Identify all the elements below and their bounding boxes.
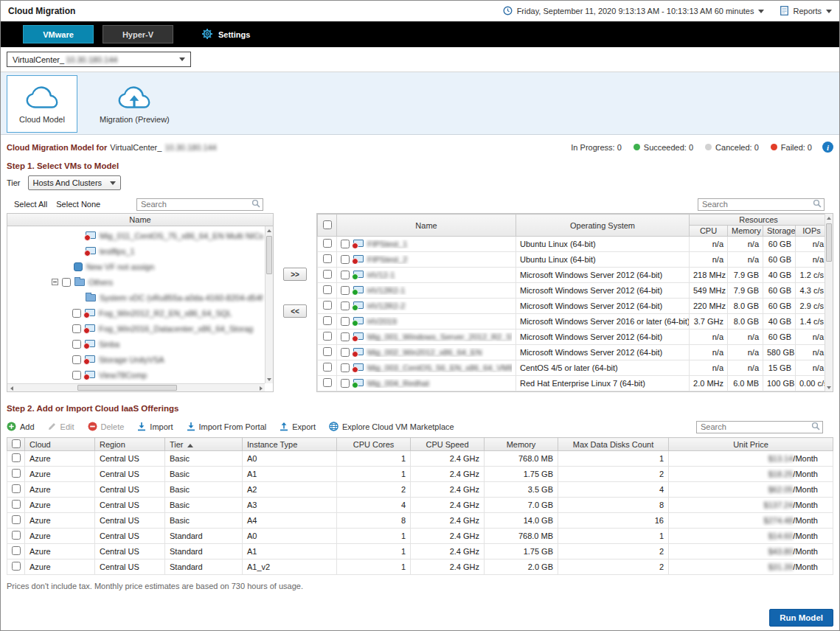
select-none-link[interactable]: Select None <box>56 200 100 209</box>
row-checkbox[interactable] <box>341 286 350 295</box>
tier-select[interactable]: Hosts And Clusters <box>28 175 121 190</box>
tree-item-testftps-1[interactable]: testftps_1 <box>7 243 273 259</box>
tree-item-sinba[interactable]: Sinba <box>7 336 273 352</box>
scrollbar-thumb[interactable] <box>826 223 832 262</box>
vcenter-select[interactable]: VirtualCenter_ 10.30.180.144 <box>7 52 191 67</box>
row-checkbox[interactable] <box>12 531 21 540</box>
row-checkbox[interactable] <box>12 469 21 478</box>
col-header-cloud[interactable]: Cloud <box>25 438 95 451</box>
col-header-tier[interactable]: Tier <box>165 438 243 451</box>
offerings-search-input[interactable] <box>701 422 811 431</box>
toolbar-export-button[interactable]: Export <box>280 422 316 433</box>
scroll-left-arrow[interactable] <box>7 384 15 392</box>
row-checkbox[interactable] <box>12 562 21 571</box>
col-header-cpu-speed[interactable]: CPU Speed <box>411 438 485 451</box>
vm-name-cell[interactable]: HV12-1 <box>337 268 516 283</box>
tree-item-storage-unityvsa[interactable]: Storage UnityVSA <box>7 352 273 367</box>
row-checkbox[interactable] <box>323 316 332 325</box>
row-checkbox[interactable] <box>323 363 332 372</box>
run-model-button[interactable]: Run Model <box>769 609 833 627</box>
settings-button[interactable]: Settings <box>201 28 250 41</box>
row-checkbox[interactable] <box>12 500 21 509</box>
toolbar-explore-cloud-vm-marketplace-button[interactable]: Explore Cloud VM Marketplace <box>329 422 454 433</box>
toolbar-add-button[interactable]: Add <box>7 422 35 433</box>
scrollbar-thumb[interactable] <box>266 236 272 274</box>
col-header-max-data-disks[interactable]: Max Data Disks Count <box>558 438 669 451</box>
vm-name-cell[interactable]: Mig_003_CentOS_56_EN_x86_64_VMID_2 <box>337 360 516 376</box>
tree-item-fog-win2012-r2-en-x8[interactable]: Fog_Win2012_R2_EN_x86_64_SQL <box>7 305 273 321</box>
time-range-selector[interactable]: Friday, September 11, 2020 9:13:13 AM - … <box>517 7 754 15</box>
row-checkbox[interactable] <box>323 270 332 279</box>
col-header-storage[interactable]: Storage <box>763 226 796 237</box>
row-checkbox[interactable] <box>323 254 332 263</box>
tree-vertical-scrollbar[interactable] <box>265 226 273 383</box>
row-checkbox[interactable] <box>72 309 81 318</box>
row-checkbox[interactable] <box>341 271 350 279</box>
scroll-up-arrow[interactable] <box>265 226 273 234</box>
tree-horizontal-scrollbar[interactable] <box>7 383 265 391</box>
row-checkbox[interactable] <box>12 484 21 493</box>
vm-name-cell[interactable]: FIPStest_1 <box>337 237 516 252</box>
tree-item-new-vf-not-assign[interactable]: New VF not assign <box>7 259 273 274</box>
chevron-down-icon[interactable] <box>826 10 832 13</box>
scrollbar-thumb[interactable] <box>77 385 177 391</box>
vm-name-cell[interactable]: Mig_004_Redhat <box>337 376 516 391</box>
tree-item-view78comp[interactable]: View78Comp <box>7 367 273 383</box>
toolbar-edit-button[interactable]: Edit <box>48 422 74 432</box>
select-all-checkbox[interactable] <box>12 439 21 448</box>
tree-item-system-vdc-vru855a[interactable]: System vDC (vRu855a-a0da-4160-8204-d54f <box>7 290 273 305</box>
col-header-cpu[interactable]: CPU <box>690 226 728 237</box>
toolbar-import-button[interactable]: Import <box>137 422 173 433</box>
row-checkbox[interactable] <box>341 301 350 310</box>
scroll-down-arrow[interactable] <box>265 375 273 383</box>
row-checkbox[interactable] <box>341 240 350 248</box>
select-all-checkbox[interactable] <box>323 220 332 229</box>
row-checkbox[interactable] <box>341 317 350 326</box>
row-checkbox[interactable] <box>341 255 350 264</box>
row-checkbox[interactable] <box>341 379 350 388</box>
row-checkbox[interactable] <box>62 278 71 287</box>
row-checkbox[interactable] <box>323 301 332 310</box>
row-checkbox[interactable] <box>72 324 81 333</box>
tree-search-input[interactable] <box>141 200 251 209</box>
toolbar-import-from-portal-button[interactable]: Import From Portal <box>187 422 267 433</box>
vm-name-cell[interactable]: HV2019 <box>337 314 516 330</box>
col-header-iops[interactable]: IOPs <box>796 226 828 237</box>
tree-item-mig-011-centos-75-x8[interactable]: Mig_011_CentOS_75_x86_64_EN Multi NICs <box>7 228 273 243</box>
scroll-right-arrow[interactable] <box>257 384 265 392</box>
row-checkbox[interactable] <box>341 363 350 372</box>
info-icon[interactable]: i <box>822 142 833 153</box>
move-right-button[interactable]: >> <box>283 268 307 281</box>
scroll-down-arrow[interactable] <box>825 383 833 391</box>
select-all-link[interactable]: Select All <box>14 200 47 209</box>
vm-name-cell[interactable]: HV12R2-2 <box>337 299 516 314</box>
row-checkbox[interactable] <box>323 347 332 356</box>
row-checkbox[interactable] <box>341 332 350 341</box>
vm-table-vertical-scrollbar[interactable] <box>825 214 833 391</box>
collapse-icon[interactable] <box>52 279 58 285</box>
vm-name-cell[interactable]: Mig_001_Windows_Server_2012_R2_STD_E... <box>337 330 516 345</box>
row-checkbox[interactable] <box>323 378 332 387</box>
tree-item-others[interactable]: Others <box>7 274 273 290</box>
tree-name-header[interactable]: Name <box>7 214 273 226</box>
row-checkbox[interactable] <box>12 546 21 555</box>
scroll-up-arrow[interactable] <box>825 214 833 222</box>
toolbar-delete-button[interactable]: Delete <box>88 422 125 433</box>
row-checkbox[interactable] <box>12 515 21 524</box>
col-header-instance-type[interactable]: Instance Type <box>243 438 337 451</box>
row-checkbox[interactable] <box>341 348 350 357</box>
row-checkbox[interactable] <box>72 355 81 364</box>
reports-menu[interactable]: Reports <box>793 7 822 15</box>
tree-item-fog-win2016-datacent[interactable]: Fog_Win2016_Datacenter_x86_64_Storag <box>7 321 273 336</box>
col-header-unit-price[interactable]: Unit Price <box>669 438 833 451</box>
row-checkbox[interactable] <box>323 332 332 341</box>
row-checkbox[interactable] <box>72 340 81 349</box>
move-left-button[interactable]: << <box>283 304 307 318</box>
row-checkbox[interactable] <box>323 285 332 294</box>
row-checkbox[interactable] <box>72 371 81 380</box>
row-checkbox[interactable] <box>323 239 332 248</box>
vm-name-cell[interactable]: HV12R2-1 <box>337 283 516 299</box>
mode-card-migration-preview[interactable]: Migration (Preview) <box>94 75 176 133</box>
col-header-os[interactable]: Operating System <box>516 215 690 237</box>
tab-hyperv[interactable]: Hyper-V <box>103 25 173 43</box>
